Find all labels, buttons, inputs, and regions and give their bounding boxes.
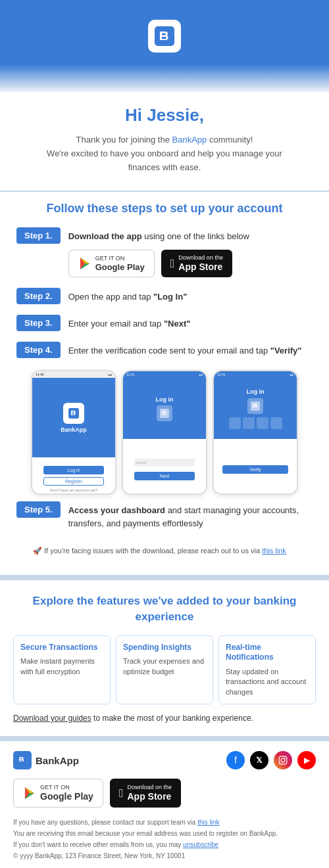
phone-1-no-account: Don't have an account yet? <box>50 488 98 492</box>
guides-suffix: to make the most of your banking experie… <box>91 714 253 723</box>
phone-3-icon-svg <box>251 401 260 411</box>
footer-brand-row: BankApp f 𝕏 ▶ <box>13 751 316 769</box>
phone-2-logo-icon <box>157 405 172 421</box>
phone-1-time: 14:48 <box>36 373 44 377</box>
phone-1-logo-icon <box>68 408 79 419</box>
steps-title: Follow these steps to set up your accoun… <box>16 202 313 216</box>
svg-point-10 <box>284 758 286 759</box>
legal-link1[interactable]: this link <box>197 819 219 826</box>
email-header <box>0 0 329 92</box>
footer-google-play-small: GET IT ON <box>40 784 93 791</box>
footer-logo-icon <box>17 755 28 765</box>
phone-2-top: Log in <box>123 378 206 439</box>
footer-google-play-button[interactable]: GET IT ON Google Play <box>13 779 103 808</box>
instagram-icon[interactable] <box>274 751 292 769</box>
facebook-icon[interactable]: f <box>226 751 245 769</box>
phone-2-status-bar: 12:41 ●● <box>123 371 206 378</box>
app-store-small-label: Download on the <box>178 254 223 262</box>
app-store-button[interactable]:  Download on the App Store <box>161 250 232 277</box>
footer-logo <box>13 751 32 769</box>
google-play-small-label: GET IT ON <box>95 255 145 262</box>
x-twitter-icon[interactable]: 𝕏 <box>250 751 268 769</box>
app-store-btn-text: Download on the App Store <box>178 254 223 273</box>
phone-3-screen: 12:41 ●● Log in <box>214 371 297 493</box>
phone-1-screen: 14:48 ●● BankApp Log in <box>32 371 115 493</box>
step-1-row: Step 1. Download the app using one of th… <box>16 227 313 277</box>
code-box-3 <box>257 417 268 429</box>
trouble-link[interactable]: this link <box>262 547 286 555</box>
greeting-line3: We're excited to have you onboard and he… <box>47 148 282 158</box>
step-2-badge: Step 2. <box>16 288 61 304</box>
greeting-title: Hi Jessie, <box>20 105 309 126</box>
phone-2-email-input: Email <box>134 459 195 467</box>
phone-1-bottom: Log in Register Don't have an account ye… <box>32 457 115 495</box>
step-4-row: Step 4. Enter the verification code sent… <box>16 342 313 358</box>
bankapp-logo-icon <box>155 26 174 46</box>
bankapp-brand-link[interactable]: BankApp <box>172 135 207 145</box>
phone-1-signal: ●● <box>108 373 112 377</box>
legal-link2[interactable]: unsubscribe <box>183 841 218 848</box>
youtube-icon[interactable]: ▶ <box>297 751 316 769</box>
footer-app-store-button[interactable]:  Download on the App Store <box>110 779 181 808</box>
footer-apple-icon:  <box>119 787 124 800</box>
legal-line4: © yyyy BankApp, 123 Finance Street, New … <box>13 852 185 859</box>
step-3-badge: Step 3. <box>16 315 61 331</box>
guides-link[interactable]: Download your guides <box>13 714 91 723</box>
phone-3-status-bar: 12:41 ●● <box>214 371 297 378</box>
step-3-text: Enter your email and tap "Next" <box>68 315 191 331</box>
phone-1-top: BankApp <box>32 378 115 457</box>
step-1-bold-text: Download the app <box>68 231 142 241</box>
phone-2-screen: 12:41 ●● Log in <box>123 371 206 493</box>
google-play-button[interactable]: GET IT ON Google Play <box>68 250 155 277</box>
feature-2-desc: Track your expenses and optimize budget <box>123 656 206 677</box>
step-5-text: Access your dashboard and start managing… <box>68 501 313 530</box>
step-5-badge: Step 5. <box>16 501 61 518</box>
feature-3-title: Real-time Notifications <box>226 643 309 663</box>
header-logo-box <box>148 20 181 53</box>
email-wrapper: Hi Jessie, Thank you for joining the Ban… <box>0 0 329 868</box>
app-store-large-label: App Store <box>178 262 223 273</box>
phone-3-signal: ●● <box>290 373 293 377</box>
features-title: Explore the features we've added to your… <box>13 593 316 625</box>
feature-1-title: Secure Transactions <box>20 643 103 653</box>
footer-google-play-text: GET IT ON Google Play <box>40 784 93 802</box>
phone-3-time: 12:41 <box>217 373 226 377</box>
greeting-body: Thank you for joining the BankApp commun… <box>20 133 309 174</box>
step-1-text: Download the app using one of the links … <box>68 227 249 243</box>
phone-1-frame: 14:48 ●● BankApp Log in <box>31 370 116 495</box>
legal-line1: If you have any questions, please contac… <box>13 819 197 826</box>
step-1-content: Download the app using one of the links … <box>68 227 249 277</box>
code-box-1 <box>229 417 241 429</box>
phone-1-status-bar: 14:48 ●● <box>32 371 115 378</box>
phone-2-signal: ●● <box>199 373 203 377</box>
phone-3-top: Log in <box>214 378 297 439</box>
footer-download-buttons: GET IT ON Google Play  Download on the … <box>13 779 316 808</box>
svg-rect-8 <box>279 756 287 764</box>
apple-icon:  <box>170 257 175 271</box>
greeting-text-prefix: Thank you for joining the <box>76 135 172 145</box>
phone-3-verify-btn: Verify <box>222 465 289 474</box>
legal-line3: If you don't want to receive other email… <box>13 841 183 848</box>
phone-3-logo-icon <box>247 398 263 414</box>
step-1-download-buttons: GET IT ON Google Play  Download on the … <box>68 250 249 277</box>
greeting-text-suffix: community! <box>207 135 253 145</box>
phone-1-login-btn: Log in <box>43 466 105 474</box>
greeting-section: Hi Jessie, Thank you for joining the Ban… <box>0 92 329 191</box>
footer-brand-name: BankApp <box>36 755 79 766</box>
phone-2-time: 12:41 <box>126 373 135 377</box>
feature-3-desc: Stay updated on transactions and account… <box>226 667 309 697</box>
google-play-btn-text: GET IT ON Google Play <box>95 255 145 272</box>
feature-card-1: Secure Transactions Make instant payment… <box>13 635 111 704</box>
step-1-suffix: using one of the links below <box>142 231 249 241</box>
footer-app-store-text: Download on the App Store <box>128 784 172 802</box>
footer-section: BankApp f 𝕏 ▶ <box>0 741 329 868</box>
feature-2-title: Spending Insights <box>123 643 206 653</box>
features-grid: Secure Transactions Make instant payment… <box>13 635 316 704</box>
guides-link-row: Download your guides to make the most of… <box>13 714 316 723</box>
step-5-row: Step 5. Access your dashboard and start … <box>16 501 313 530</box>
legal-line2: You are receiving this email because you… <box>13 830 278 837</box>
phone-3-bottom: Verify <box>214 439 297 495</box>
google-play-large-label: Google Play <box>95 262 145 273</box>
footer-google-play-large: Google Play <box>40 791 93 802</box>
step-4-text: Enter the verification code sent to your… <box>68 342 302 357</box>
